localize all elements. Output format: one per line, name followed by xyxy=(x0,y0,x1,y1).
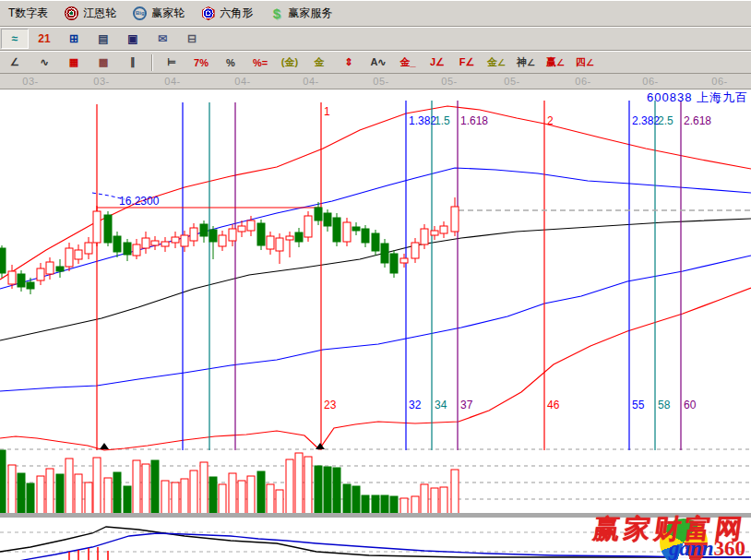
gann-analysis-button[interactable]: ≈ xyxy=(1,29,29,49)
candle-up[interactable] xyxy=(304,216,312,237)
candle-up[interactable] xyxy=(238,226,245,232)
volume-bar[interactable] xyxy=(238,481,245,514)
candle-up[interactable] xyxy=(247,220,255,231)
volume-bar[interactable] xyxy=(56,474,64,514)
candle-down[interactable] xyxy=(104,215,112,243)
candle-down[interactable] xyxy=(257,223,265,245)
volume-bar[interactable] xyxy=(247,476,255,514)
save-floppy-button[interactable]: ▣ xyxy=(119,29,147,49)
volume-bar[interactable] xyxy=(27,483,34,514)
volume-bar[interactable] xyxy=(431,488,438,514)
volume-bar[interactable] xyxy=(151,460,159,514)
volume-bar[interactable] xyxy=(257,471,265,514)
notebook-button[interactable]: ▤ xyxy=(89,29,117,49)
volume-bar[interactable] xyxy=(229,473,236,514)
volume-bar[interactable] xyxy=(352,486,360,514)
angle-win-button[interactable]: 赢∠ xyxy=(542,53,569,73)
percent-retrace-button[interactable]: %= xyxy=(246,53,274,73)
candle-down[interactable] xyxy=(352,227,360,231)
volume-bar[interactable] xyxy=(190,471,197,514)
volume-bar[interactable] xyxy=(400,498,408,514)
volume-bar[interactable] xyxy=(181,479,188,514)
candle-down[interactable] xyxy=(362,229,369,243)
volume-bar[interactable] xyxy=(0,450,6,514)
candlestick-chart[interactable]: 1231.382321.5341.618372462.382552.5582.6… xyxy=(0,89,751,560)
tools-cart-button[interactable]: ⊟ xyxy=(178,29,206,49)
volume-bar[interactable] xyxy=(113,472,121,514)
candle-up[interactable] xyxy=(411,243,419,258)
candle-up[interactable] xyxy=(151,241,159,245)
volume-bar[interactable] xyxy=(286,459,293,514)
candle-up[interactable] xyxy=(172,237,179,243)
candle-up[interactable] xyxy=(343,222,351,242)
candle-up[interactable] xyxy=(161,242,169,246)
volume-bar[interactable] xyxy=(18,473,25,514)
candle-up[interactable] xyxy=(66,248,73,267)
gann-grid-button[interactable]: ▦ xyxy=(60,53,88,73)
candle-down[interactable] xyxy=(113,236,121,252)
volume-bar[interactable] xyxy=(172,483,179,514)
volume-bar[interactable] xyxy=(381,495,388,514)
volume-bar[interactable] xyxy=(219,484,226,514)
candle-down[interactable] xyxy=(381,244,388,263)
calculator-button[interactable]: ⊞ xyxy=(60,29,88,49)
candle-up[interactable] xyxy=(190,228,197,241)
volume-bar[interactable] xyxy=(411,496,419,514)
angle-shen-button[interactable]: 神∠ xyxy=(512,53,540,73)
volume-bar[interactable] xyxy=(124,486,131,514)
volume-bar[interactable] xyxy=(200,462,208,514)
gold-section-lines-button[interactable]: 金 xyxy=(305,53,333,73)
chart-area[interactable]: 600838 上海九百 1231.382321.5341.618372462.3… xyxy=(0,89,751,560)
angle-F-button[interactable]: F∠ xyxy=(453,53,481,73)
wave-count-button[interactable]: A∿ xyxy=(364,53,392,73)
candle-down[interactable] xyxy=(209,230,217,242)
percent-line-button[interactable]: 7% xyxy=(187,53,215,73)
volume-bar[interactable] xyxy=(343,484,351,514)
candle-up[interactable] xyxy=(440,226,447,233)
candle-up[interactable] xyxy=(219,235,226,246)
candle-up[interactable] xyxy=(142,238,149,248)
candle-down[interactable] xyxy=(324,213,331,226)
panel-separator[interactable] xyxy=(0,513,751,518)
candle-up[interactable] xyxy=(267,236,274,249)
volume-bar[interactable] xyxy=(133,460,140,514)
volume-bar[interactable] xyxy=(46,469,54,514)
volume-bar[interactable] xyxy=(333,468,340,514)
volume-bar[interactable] xyxy=(421,484,428,514)
percent-button[interactable]: % xyxy=(217,53,244,73)
candle-up[interactable] xyxy=(421,229,428,244)
calendar-21-button[interactable]: 21 xyxy=(30,29,58,49)
price-scale-button[interactable]: ⊨ xyxy=(158,53,185,73)
volume-bar[interactable] xyxy=(315,466,322,514)
volume-bar[interactable] xyxy=(295,453,303,514)
volume-bar[interactable] xyxy=(267,484,274,514)
volume-bar[interactable] xyxy=(8,465,16,514)
candle-up[interactable] xyxy=(400,258,408,263)
menu-item-hexagon[interactable]: 六角形 xyxy=(193,1,261,26)
candle-down[interactable] xyxy=(295,232,303,242)
volume-bar[interactable] xyxy=(390,496,398,514)
gann-fan-button[interactable]: ∠ xyxy=(1,53,29,73)
menu-item-gann-wheel[interactable]: 江恩轮 xyxy=(56,1,125,26)
measure-pen-button[interactable]: ⇕ xyxy=(335,53,363,73)
candle-up[interactable] xyxy=(93,211,101,243)
send-mail-button[interactable]: ✉ xyxy=(149,29,176,49)
candle-down[interactable] xyxy=(333,218,340,242)
volume-bar[interactable] xyxy=(372,495,379,514)
volume-bar[interactable] xyxy=(209,477,217,514)
candle-up[interactable] xyxy=(133,244,140,256)
parallel-lines-button[interactable]: ∥ xyxy=(119,53,147,73)
candle-down[interactable] xyxy=(18,274,25,287)
candle-up[interactable] xyxy=(181,235,188,246)
candle-down[interactable] xyxy=(27,282,34,289)
candle-down[interactable] xyxy=(200,224,208,236)
candle-up[interactable] xyxy=(229,229,236,241)
candle-down[interactable] xyxy=(372,233,379,251)
angle-J-button[interactable]: J∠ xyxy=(423,53,451,73)
candle-up[interactable] xyxy=(46,262,54,274)
volume-bar[interactable] xyxy=(75,474,82,514)
angle-gold-button[interactable]: 金∠ xyxy=(483,53,510,73)
volume-bar[interactable] xyxy=(304,457,312,514)
angle-si-button[interactable]: 四∠ xyxy=(571,53,599,73)
volume-bar[interactable] xyxy=(104,478,112,514)
